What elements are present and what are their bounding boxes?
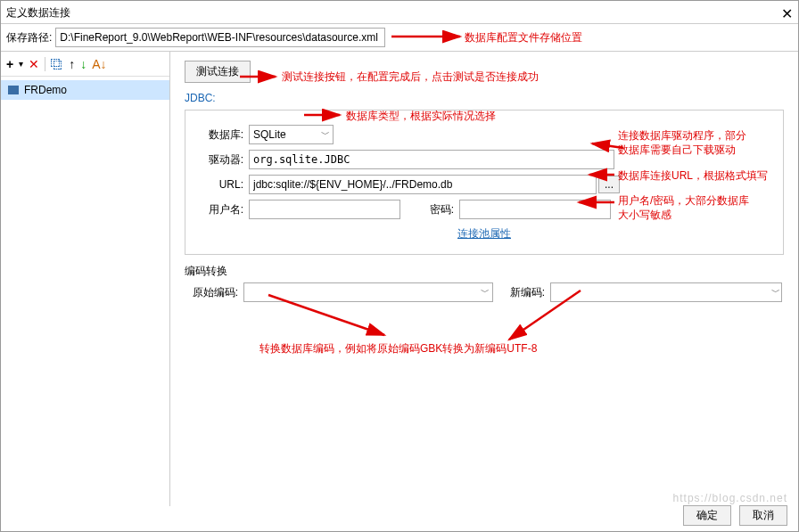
password-label: 密码: [418, 202, 454, 217]
save-path-label: 保存路径: [6, 30, 52, 45]
move-down-icon[interactable]: ↓ [80, 58, 86, 70]
url-browse-button[interactable]: ... [598, 176, 620, 193]
delete-icon[interactable]: ✕ [29, 58, 39, 70]
database-label: 数据库: [194, 127, 243, 143]
new-encode-label: 新编码: [500, 285, 545, 300]
username-label: 用户名: [194, 202, 243, 217]
pool-properties-link[interactable]: 连接池属性 [457, 227, 511, 240]
orig-encode-select[interactable] [243, 282, 493, 302]
save-path-input[interactable] [55, 28, 385, 47]
orig-encode-label: 原始编码: [185, 285, 238, 300]
watermark: https://blog.csdn.net [673, 492, 787, 504]
driver-label: 驱动器: [194, 152, 243, 168]
add-icon[interactable]: + [6, 58, 13, 70]
datasource-icon [8, 86, 19, 94]
username-input[interactable] [249, 200, 400, 219]
url-label: URL: [194, 178, 243, 191]
password-input[interactable] [459, 200, 611, 219]
new-encode-select[interactable] [550, 282, 782, 302]
add-dropdown-icon[interactable]: ▾ [19, 60, 23, 69]
copy-icon[interactable]: ⿻ [51, 58, 63, 70]
driver-input[interactable] [249, 150, 614, 169]
ok-button[interactable]: 确定 [683, 505, 731, 526]
encode-group-title: 编码转换 [185, 264, 784, 279]
sort-icon[interactable]: A↓ [92, 58, 106, 70]
move-up-icon[interactable]: ↑ [69, 58, 75, 70]
cancel-button[interactable]: 取消 [739, 505, 787, 526]
sidebar-item-label: FRDemo [24, 84, 67, 96]
close-icon[interactable]: ✕ [781, 3, 793, 26]
database-select[interactable] [249, 125, 334, 144]
jdbc-group-title: JDBC: [185, 92, 784, 104]
separator [45, 57, 45, 71]
url-input[interactable] [249, 175, 597, 194]
sidebar-item-frdemo[interactable]: FRDemo [1, 80, 169, 100]
window-title: 定义数据连接 [6, 6, 70, 19]
test-connection-button[interactable]: 测试连接 [185, 61, 251, 83]
